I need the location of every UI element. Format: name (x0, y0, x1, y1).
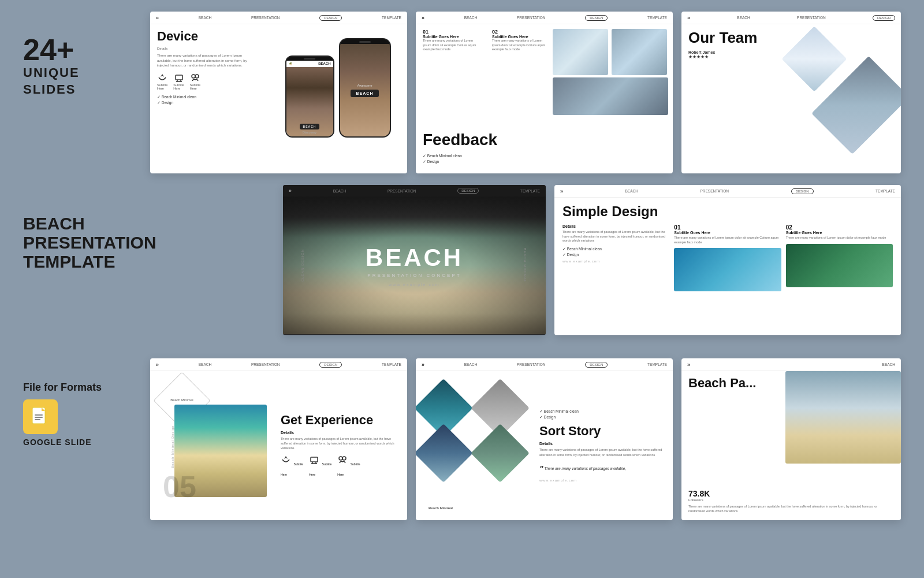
story-diamond-3 (416, 424, 473, 483)
feedback-subtitle-1: Subtitle Goes Here (423, 35, 480, 39)
beach-pa-stats-area: 73.8K Followers There are many variation… (688, 489, 894, 514)
feedback-check-1: Beach Minimal clean (423, 154, 666, 158)
story-beach-minimal: Beach Minimal (429, 506, 453, 510)
nav-arrows-4: » (289, 188, 292, 194)
phone-beach-label-2: BEACH (351, 90, 379, 97)
story-details-label: Details (539, 442, 666, 446)
device-icon-2: SubtitleHere (173, 73, 184, 90)
device-icon-3: SubtitleHere (190, 73, 200, 90)
beach-main-title: BEACH (366, 244, 463, 272)
feedback-photo-3 (553, 77, 668, 115)
nav-arrows-8: » (687, 362, 690, 368)
feedback-num-1: 01 (423, 29, 480, 35)
nav-presentation-4: PRESENTATION (388, 189, 416, 193)
slide-card-experience[interactable]: » BEACH PRESENTATION DESIGN TEMPLATE Bea… (150, 358, 407, 520)
story-right: Beach Minimal clean Design Sort Story De… (532, 376, 666, 516)
nav-brand: BEACH (199, 16, 211, 20)
slide-nav-simple: » BEACH PRESENTATION DESIGN TEMPLATE (554, 185, 901, 198)
feedback-photo-1 (553, 29, 608, 75)
feedback-photo-2 (612, 29, 667, 75)
nav-design-3: DESIGN (873, 15, 895, 21)
beach-pa-stats-sub: Followers (688, 498, 894, 502)
nav-template-6: TEMPLATE (382, 362, 401, 366)
beach-minimal-label: Beach Minimal (170, 398, 193, 403)
simple-num-1: 01 (674, 224, 781, 231)
device-details-text: There are many variations of passages of… (157, 53, 249, 68)
nav-presentation-5: PRESENTATION (700, 189, 729, 193)
simple-check-2: Design (562, 253, 669, 257)
beach-main-website: www.example.com (366, 283, 463, 287)
simple-photo-green (786, 244, 893, 287)
file-format-area: File for Formats GOOGLE SLIDE (23, 381, 102, 447)
nav-design-6: DESIGN (319, 362, 342, 368)
slide-nav-experience: » BEACH PRESENTATION DESIGN TEMPLATE (150, 358, 407, 371)
nav-design-7: DESIGN (585, 362, 608, 368)
simple-text-2: There are many variations of Lorem ipsum… (786, 236, 893, 240)
phone-screen-1: BEACH Discovery (286, 67, 333, 136)
nav-arrows-5: » (560, 188, 563, 194)
feedback-text-2: There are many variations of Lorem ipsum… (492, 39, 550, 52)
beach-pa-text: There are many variations of passages of… (688, 504, 894, 514)
simple-num-2: 02 (786, 224, 893, 231)
device-icon-label-3: SubtitleHere (190, 83, 200, 90)
svg-point-9 (339, 457, 342, 460)
product-title-area: BEACHPRESENTATIONTEMPLATE (23, 214, 157, 271)
slide-count-label: UNIQUESLIDES (23, 65, 80, 98)
slide-count: 24+ (23, 35, 80, 65)
nav-presentation-7: PRESENTATION (517, 362, 546, 366)
simple-title: Simple Design (562, 203, 893, 220)
card-device-content: Device Details There are many variations… (150, 24, 407, 173)
phone-2: Awesome BEACH (339, 38, 391, 138)
phone-header-1: 🌴 BEACH (286, 61, 333, 67)
experience-right: Get Experience Details There are many va… (273, 376, 400, 516)
beach-side-text-right: BEACH MINIMAL (523, 248, 527, 283)
story-diamond-4 (471, 424, 530, 483)
slide-nav-device: » BEACH PRESENTATION DESIGN TEMPLATE (150, 12, 407, 24)
phone-awesome-label: Awesome (357, 84, 372, 87)
simple-check-1: Beach Minimal clean (562, 247, 669, 251)
slide-card-story[interactable]: » BEACH PRESENTATION DESIGN TEMPLATE Bea… (416, 358, 673, 520)
simple-photo-ocean (674, 248, 781, 291)
card-experience-content: Beach Minimal 05 Beach Minimal Design Ge… (150, 371, 407, 520)
slide-nav-beach-main: » BEACH PRESENTATION DESIGN TEMPLATE (283, 185, 546, 197)
story-check-1: Beach Minimal clean (539, 409, 666, 414)
nav-template: TEMPLATE (382, 16, 401, 20)
story-checklist: Beach Minimal clean Design (539, 409, 666, 421)
team-photo-area (780, 30, 895, 157)
slide-card-simple[interactable]: » BEACH PRESENTATION DESIGN TEMPLATE Sim… (554, 185, 901, 335)
simple-website: www.example.com (562, 260, 669, 263)
beach-pa-photo (785, 371, 901, 464)
slide-card-beach-main[interactable]: » BEACH PRESENTATION DESIGN TEMPLATE CLE… (283, 185, 546, 335)
slide-card-team[interactable]: » BEACH PRESENTATION DESIGN Our Team Rob… (681, 12, 901, 173)
simple-details-text: There are many variations of passages of… (562, 230, 669, 243)
sidebar-badge-area: 24+ UNIQUESLIDES (23, 35, 80, 98)
feedback-subtitle-2: Subtitle Goes Here (492, 35, 550, 39)
google-slide-icon (23, 399, 58, 434)
svg-rect-3 (35, 417, 43, 418)
phone-discovery: Discovery (303, 131, 316, 134)
nav-presentation-3: PRESENTATION (797, 16, 826, 20)
story-quote-text: There are many variations of passages av… (544, 466, 626, 470)
device-details-label: Details (157, 46, 249, 51)
experience-left: Beach Minimal 05 Beach Minimal Design (157, 376, 273, 516)
card-story-content: Beach Minimal Beach Minimal clean Design… (416, 371, 673, 520)
story-title: Sort Story (539, 424, 666, 438)
experience-details-text: There are many variations of passages of… (281, 436, 400, 451)
beach-side-text-left: CLEAN DESIGN (301, 249, 304, 282)
nav-brand-7: BEACH (464, 362, 477, 366)
phone-notch-2 (340, 39, 390, 44)
phone-notch-1 (286, 57, 333, 61)
slide-card-beach-pa[interactable]: » BEACH Beach Pa... 73.8K Followers Ther… (681, 358, 901, 520)
story-diamond-grid (423, 387, 532, 474)
nav-brand-8: BEACH (882, 362, 895, 366)
product-title: BEACHPRESENTATIONTEMPLATE (23, 214, 157, 271)
svg-point-7 (195, 75, 199, 78)
device-icon-label-1: SubtitleHere (157, 83, 167, 90)
slide-card-device[interactable]: » BEACH PRESENTATION DESIGN TEMPLATE Dev… (150, 12, 407, 173)
slide-card-feedback[interactable]: » BEACH PRESENTATION DESIGN TEMPLATE 01 … (416, 12, 673, 173)
nav-template-2: TEMPLATE (647, 16, 667, 20)
nav-brand-5: BEACH (625, 189, 638, 193)
nav-template-4: TEMPLATE (520, 189, 540, 193)
phone-1: 🌴 BEACH BEACH Discovery (285, 55, 334, 138)
nav-presentation: PRESENTATION (251, 16, 280, 20)
